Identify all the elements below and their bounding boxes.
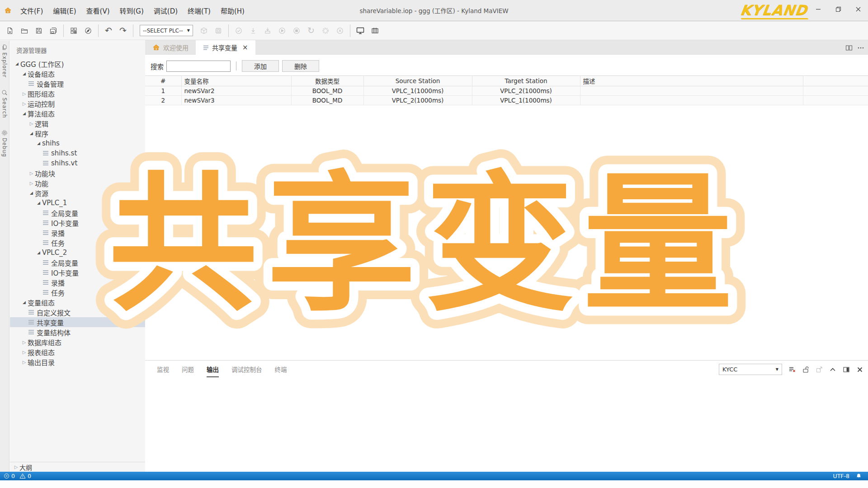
panel-tab-输出[interactable]: 输出 [207, 365, 219, 377]
menu-item-1[interactable]: 编辑(E) [48, 4, 81, 17]
cell-#[interactable]: 2 [145, 96, 181, 105]
undo-button[interactable]: ↶ [101, 23, 116, 38]
device-cube-button[interactable] [197, 23, 211, 38]
cell-描述[interactable] [580, 86, 803, 96]
expand-icon[interactable]: ◢ [28, 191, 35, 195]
io-config-button[interactable] [368, 23, 382, 38]
cell-Source Station[interactable]: VPLC_2(1000ms) [363, 96, 472, 105]
column-header-1[interactable]: 变量名称 [181, 76, 291, 86]
panel-tab-终端[interactable]: 终端 [275, 365, 287, 377]
expand-icon[interactable]: ◢ [35, 201, 42, 205]
tree-item-变量结构体[interactable]: 变量结构体 [10, 327, 145, 337]
tree-item-任务[interactable]: 任务 [10, 287, 145, 297]
tree-item-共享变量[interactable]: 共享变量 [10, 317, 145, 327]
collapse-icon[interactable]: ▷ [21, 350, 28, 355]
tree-item-全局变量[interactable]: 全局变量 [10, 208, 145, 218]
collapse-icon[interactable]: ▷ [28, 181, 35, 186]
close-icon[interactable] [856, 366, 863, 373]
cell-Source Station[interactable]: VPLC_1(1000ms) [363, 86, 472, 96]
more-actions-icon[interactable] [857, 44, 864, 52]
search-input[interactable] [166, 61, 231, 72]
warning-counter[interactable]: 0 [19, 473, 31, 479]
tree-item-VPLC_2[interactable]: ◢VPLC_2 [10, 248, 145, 258]
open-folder-button[interactable] [17, 23, 32, 38]
run-play-button[interactable] [275, 23, 289, 38]
redo-button[interactable]: ↷ [116, 23, 130, 38]
menu-item-4[interactable]: 调试(D) [149, 4, 183, 17]
output-channel-select[interactable]: KYCC ▼ [719, 364, 782, 375]
restore-button[interactable] [828, 0, 848, 18]
cell-数据类型[interactable]: BOOL_MD [291, 96, 363, 105]
expand-icon[interactable]: ◢ [35, 141, 42, 145]
app-home-icon[interactable] [0, 0, 15, 21]
tree-item-运动控制[interactable]: ▷运动控制 [10, 99, 145, 108]
tree-item-程序[interactable]: ◢程序 [10, 128, 145, 138]
tree-item-shihs.vt[interactable]: shihs.vt [10, 158, 145, 168]
memory-card-button[interactable] [211, 23, 226, 38]
column-header-2[interactable]: 数据类型 [291, 76, 363, 86]
table-row[interactable]: 2newSVar3BOOL_MDVPLC_2(1000ms)VPLC_1(100… [145, 96, 868, 105]
column-header-3[interactable]: Source Station [363, 76, 472, 86]
unlock-icon[interactable] [802, 366, 809, 373]
table-row[interactable]: 1newSVar2BOOL_MDVPLC_1(1000ms)VPLC_2(100… [145, 86, 868, 96]
panel-tab-监视[interactable]: 监视 [157, 365, 169, 377]
save-all-button[interactable] [46, 23, 61, 38]
tree-item-shihs.st[interactable]: shihs.st [10, 148, 145, 158]
tree-item-功能块[interactable]: ▷功能块 [10, 168, 145, 178]
tree-item-设备管理[interactable]: 设备管理 [10, 79, 145, 89]
collapse-icon[interactable]: ▷ [28, 171, 35, 176]
tree-item-shihs[interactable]: ◢shihs [10, 138, 145, 148]
monitor-button[interactable] [353, 23, 368, 38]
cell-变量名称[interactable]: newSVar2 [181, 86, 291, 96]
outline-section[interactable]: ▷ 大纲 [10, 462, 145, 472]
menu-item-6[interactable]: 帮助(H) [216, 4, 250, 17]
tree-item-任务[interactable]: 任务 [10, 238, 145, 248]
download-box-button[interactable] [260, 23, 275, 38]
export-icon[interactable] [816, 366, 823, 373]
download-arrow-button[interactable] [246, 23, 260, 38]
tree-item-全局变量[interactable]: 全局变量 [10, 258, 145, 267]
delete-button[interactable]: 删除 [282, 60, 319, 72]
tree-item-IO卡变量[interactable]: IO卡变量 [10, 218, 145, 228]
plc-select-dropdown[interactable]: --SELECT PLC--▼ [140, 25, 193, 36]
expand-icon[interactable]: ◢ [28, 131, 35, 136]
menu-item-3[interactable]: 转到(G) [115, 4, 149, 17]
tree-item-输出目录[interactable]: ▷输出目录 [10, 357, 145, 367]
editor-tab-共享变量[interactable]: 共享变量× [196, 40, 255, 55]
menu-item-5[interactable]: 终端(T) [183, 4, 216, 17]
rail-item-search[interactable]: Search [1, 89, 8, 118]
project-grid-button[interactable] [66, 23, 81, 38]
cell-Target Station[interactable]: VPLC_1(1000ms) [472, 96, 580, 105]
verify-check-button[interactable] [231, 23, 246, 38]
tree-item-报表组态[interactable]: ▷报表组态 [10, 347, 145, 357]
menu-item-0[interactable]: 文件(F) [15, 4, 48, 17]
panel-tab-调试控制台[interactable]: 调试控制台 [231, 365, 262, 377]
tree-item-录播[interactable]: 录播 [10, 228, 145, 238]
collapse-icon[interactable]: ▷ [21, 91, 28, 96]
clear-list-icon[interactable] [788, 366, 796, 373]
stop-square-button[interactable] [289, 23, 304, 38]
column-header-5[interactable]: 描述 [580, 76, 803, 86]
error-counter[interactable]: 0 [4, 473, 15, 479]
add-button[interactable]: 添加 [242, 60, 279, 72]
compile-compass-button[interactable] [81, 23, 95, 38]
close-tab-icon[interactable]: × [242, 43, 248, 52]
expand-icon[interactable]: ◢ [21, 300, 28, 305]
cell-#[interactable]: 1 [145, 86, 181, 96]
tree-item-逻辑[interactable]: ▷逻辑 [10, 118, 145, 128]
rail-item-debug[interactable]: Debug [1, 130, 8, 157]
tree-item-GGG (工作区)[interactable]: ◢GGG (工作区) [10, 59, 145, 69]
expand-icon[interactable]: ◢ [21, 71, 28, 76]
tree-item-算法组态[interactable]: ◢算法组态 [10, 108, 145, 118]
tree-item-IO卡变量[interactable]: IO卡变量 [10, 267, 145, 277]
minimize-button[interactable] [808, 0, 828, 18]
settings-gear-button[interactable] [318, 23, 333, 38]
encoding-indicator[interactable]: UTF-8 [833, 473, 849, 479]
tree-item-资源[interactable]: ◢资源 [10, 188, 145, 198]
tree-item-VPLC_1[interactable]: ◢VPLC_1 [10, 198, 145, 208]
new-file-button[interactable] [3, 23, 17, 38]
rail-item-explorer[interactable]: Explorer [1, 44, 8, 78]
split-editor-icon[interactable] [845, 44, 853, 52]
layout-panel-icon[interactable] [843, 366, 850, 373]
cell-Target Station[interactable]: VPLC_2(1000ms) [472, 86, 580, 96]
